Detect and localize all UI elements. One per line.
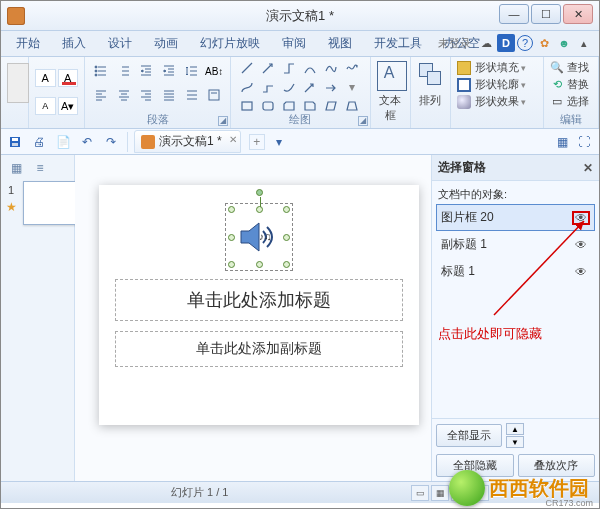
move-down-button[interactable]: ▼ bbox=[506, 436, 524, 448]
tab-view[interactable]: 视图 bbox=[319, 31, 361, 56]
shape-effect-button[interactable]: 形状效果 bbox=[457, 94, 538, 109]
shapes-gallery[interactable]: ▾ bbox=[237, 59, 364, 115]
font-larger-button[interactable]: A bbox=[35, 69, 56, 87]
minimize-button[interactable]: — bbox=[499, 4, 529, 24]
login-status[interactable]: 未登录 bbox=[434, 34, 475, 52]
object-item[interactable]: 副标题 1 👁 bbox=[436, 231, 595, 258]
draw-dialog-launcher[interactable]: ◢ bbox=[358, 116, 368, 126]
font-highlight-button[interactable]: A▾ bbox=[58, 97, 79, 115]
new-tab-button[interactable]: + bbox=[249, 134, 265, 150]
textbox-group: 文本框 bbox=[371, 57, 411, 128]
title-bar: 演示文稿1 * — ☐ ✕ bbox=[1, 1, 599, 31]
bullets-button[interactable] bbox=[91, 61, 111, 81]
object-item[interactable]: 标题 1 👁 bbox=[436, 258, 595, 285]
slide-canvas[interactable]: ♪♫ 单击此处添加标题 单击此处添加副标题 bbox=[75, 155, 431, 481]
shape-style-group: 形状填充 形状轮廓 形状效果 bbox=[451, 57, 545, 128]
subtitle-placeholder[interactable]: 单击此处添加副标题 bbox=[115, 331, 403, 367]
tab-review[interactable]: 审阅 bbox=[273, 31, 315, 56]
textbox-button[interactable] bbox=[377, 61, 407, 91]
shape-connector4-icon[interactable] bbox=[279, 78, 299, 96]
help-icon[interactable]: ? bbox=[517, 35, 533, 51]
select-button[interactable]: ▭选择 bbox=[550, 94, 592, 109]
replace-button[interactable]: ⟲替换 bbox=[550, 77, 592, 92]
fill-icon bbox=[457, 61, 471, 75]
text-direction-button[interactable]: AB↕ bbox=[204, 61, 224, 81]
ribbon-collapse-icon[interactable]: ▴ bbox=[575, 34, 593, 52]
shapes-more-icon[interactable]: ▾ bbox=[342, 78, 362, 96]
maximize-button[interactable]: ☐ bbox=[531, 4, 561, 24]
tab-design[interactable]: 设计 bbox=[99, 31, 141, 56]
shape-arrow3-icon[interactable] bbox=[321, 78, 341, 96]
svg-rect-46 bbox=[12, 138, 18, 141]
normal-view-button[interactable]: ▭ bbox=[411, 485, 429, 501]
feedback-icon[interactable]: ✿ bbox=[535, 34, 553, 52]
tab-slideshow[interactable]: 幻灯片放映 bbox=[191, 31, 269, 56]
tab-start[interactable]: 开始 bbox=[7, 31, 49, 56]
d-badge-icon[interactable]: D bbox=[497, 34, 515, 52]
indent-button[interactable] bbox=[159, 61, 179, 81]
outdent-button[interactable] bbox=[136, 61, 156, 81]
object-item[interactable]: 图片框 20 👁 bbox=[436, 204, 595, 231]
align-right-button[interactable] bbox=[136, 85, 156, 105]
slide-thumbnail[interactable]: 1 ★ bbox=[23, 181, 81, 225]
select-icon: ▭ bbox=[550, 95, 564, 109]
shape-line-icon[interactable] bbox=[237, 59, 257, 77]
tab-list-button[interactable]: ▾ bbox=[269, 132, 289, 152]
shape-outline-button[interactable]: 形状轮廓 bbox=[457, 77, 538, 92]
find-button[interactable]: 🔍查找 bbox=[550, 60, 592, 75]
tab-insert[interactable]: 插入 bbox=[53, 31, 95, 56]
font-smaller-button[interactable]: A bbox=[35, 97, 56, 115]
thumbnail-view-icon[interactable]: ▦ bbox=[9, 161, 23, 175]
audio-object[interactable]: ♪♫ bbox=[231, 209, 287, 265]
cloud-icon[interactable]: ☁ bbox=[477, 34, 495, 52]
outline-view-icon[interactable]: ≡ bbox=[33, 161, 47, 175]
watermark: 西西软件园 CR173.com bbox=[449, 470, 589, 506]
distribute-button[interactable] bbox=[182, 85, 202, 105]
shape-arrow2-icon[interactable] bbox=[300, 78, 320, 96]
shape-connector3-icon[interactable] bbox=[258, 78, 278, 96]
visibility-toggle-icon[interactable]: 👁 bbox=[572, 211, 590, 225]
quick-access-toolbar: 🖨 📄 ↶ ↷ 演示文稿1 * ✕ + ▾ ▦ ⛶ bbox=[1, 129, 599, 155]
font-color-button[interactable]: A bbox=[58, 69, 79, 87]
print-preview-button[interactable]: 📄 bbox=[53, 132, 73, 152]
tab-devtools[interactable]: 开发工具 bbox=[365, 31, 431, 56]
redo-button[interactable]: ↷ bbox=[101, 132, 121, 152]
document-tab[interactable]: 演示文稿1 * ✕ bbox=[134, 130, 241, 153]
numbering-button[interactable] bbox=[114, 61, 134, 81]
visibility-toggle-icon[interactable]: 👁 bbox=[572, 265, 590, 279]
shape-fill-button[interactable]: 形状填充 bbox=[457, 60, 538, 75]
visibility-toggle-icon[interactable]: 👁 bbox=[572, 238, 590, 252]
document-close-icon[interactable]: ✕ bbox=[229, 134, 237, 145]
move-up-button[interactable]: ▲ bbox=[506, 423, 524, 435]
close-button[interactable]: ✕ bbox=[563, 4, 593, 24]
tab-animation[interactable]: 动画 bbox=[145, 31, 187, 56]
workspace: ▦ ≡ 1 ★ ♪♫ bbox=[1, 155, 599, 481]
shape-connector2-icon[interactable] bbox=[237, 78, 257, 96]
sorter-view-button[interactable]: ▦ bbox=[431, 485, 449, 501]
rotate-handle[interactable] bbox=[256, 189, 263, 196]
print-button[interactable]: 🖨 bbox=[29, 132, 49, 152]
shape-curve-icon[interactable] bbox=[300, 59, 320, 77]
arrange-button[interactable] bbox=[417, 61, 447, 91]
shape-scribble-icon[interactable] bbox=[342, 59, 362, 77]
title-placeholder[interactable]: 单击此处添加标题 bbox=[115, 279, 403, 321]
line-spacing-button[interactable] bbox=[182, 61, 202, 81]
ribbon-tabs: 开始 插入 设计 动画 幻灯片放映 审阅 视图 开发工具 办公空 未登录 ☁ D… bbox=[1, 31, 599, 57]
paste-button[interactable] bbox=[7, 63, 29, 103]
align-left-button[interactable] bbox=[91, 85, 111, 105]
show-all-button[interactable]: 全部显示 bbox=[436, 424, 502, 447]
nav-expand-icon[interactable]: ⛶ bbox=[575, 133, 593, 151]
nav-grid-icon[interactable]: ▦ bbox=[553, 133, 571, 151]
align-center-button[interactable] bbox=[114, 85, 134, 105]
slide[interactable]: ♪♫ 单击此处添加标题 单击此处添加副标题 bbox=[99, 185, 419, 425]
save-button[interactable] bbox=[5, 132, 25, 152]
pane-close-icon[interactable]: ✕ bbox=[583, 161, 593, 175]
shape-connector-icon[interactable] bbox=[279, 59, 299, 77]
user-icon[interactable]: ☻ bbox=[555, 34, 573, 52]
shape-arrow-icon[interactable] bbox=[258, 59, 278, 77]
align-justify-button[interactable] bbox=[159, 85, 179, 105]
shape-freeform-icon[interactable] bbox=[321, 59, 341, 77]
paragraph-dialog-launcher[interactable]: ◢ bbox=[218, 116, 228, 126]
vertical-align-button[interactable] bbox=[204, 85, 224, 105]
undo-button[interactable]: ↶ bbox=[77, 132, 97, 152]
